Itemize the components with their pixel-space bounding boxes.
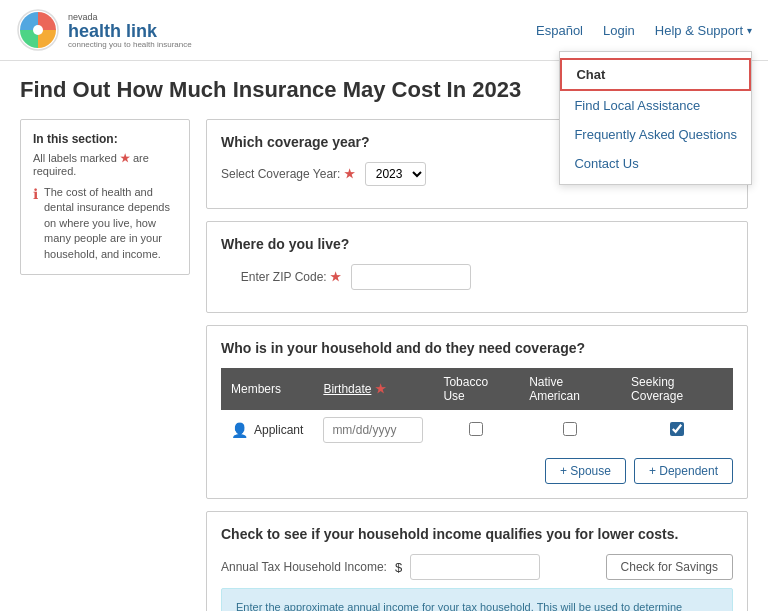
- applicant-label-text: Applicant: [254, 423, 303, 437]
- required-note-text: All labels marked: [33, 152, 120, 164]
- logo-tagline-text: connecting you to health insurance: [68, 40, 192, 49]
- logo-icon: [16, 8, 60, 52]
- dropdown-item-local-assistance[interactable]: Find Local Assistance: [560, 91, 751, 120]
- logo-nevada-text: nevada: [68, 12, 192, 22]
- income-section: Check to see if your household income qu…: [206, 511, 748, 611]
- tobacco-checkbox[interactable]: [469, 422, 483, 436]
- person-icon: 👤: [231, 422, 248, 438]
- help-support-dropdown: Chat Find Local Assistance Frequently As…: [559, 51, 752, 185]
- dropdown-item-faq[interactable]: Frequently Asked Questions: [560, 120, 751, 149]
- help-support-label: Help & Support: [655, 23, 743, 38]
- form-area: Which coverage year? Select Coverage Yea…: [206, 119, 748, 611]
- help-support-button[interactable]: Help & Support ▾: [655, 23, 752, 38]
- header: nevada health link connecting you to hea…: [0, 0, 768, 61]
- income-label: Annual Tax Household Income:: [221, 560, 387, 574]
- info-icon: ℹ: [33, 186, 38, 202]
- table-header-row: Members Birthdate ★ Tobacco Use Native A…: [221, 368, 733, 410]
- sidebar: In this section: All labels marked ★ are…: [20, 119, 190, 611]
- required-star-symbol: ★: [120, 152, 130, 164]
- espanol-link[interactable]: Español: [536, 23, 583, 38]
- nav-links: Español Login Help & Support ▾ Chat Find…: [536, 23, 752, 38]
- table-row: 👤 Applicant: [221, 410, 733, 450]
- zip-code-label: Enter ZIP Code: ★: [221, 270, 341, 284]
- logo-text: nevada health link connecting you to hea…: [68, 12, 192, 49]
- household-section: Who is in your household and do they nee…: [206, 325, 748, 499]
- income-section-title: Check to see if your household income qu…: [221, 526, 733, 542]
- sidebar-box: In this section: All labels marked ★ are…: [20, 119, 190, 275]
- col-tobacco: Tobacco Use: [433, 368, 519, 410]
- zip-section-title: Where do you live?: [221, 236, 733, 252]
- col-birthdate: Birthdate ★: [313, 368, 433, 410]
- income-row: Annual Tax Household Income: $ Check for…: [221, 554, 733, 580]
- logo-area: nevada health link connecting you to hea…: [16, 8, 192, 52]
- coverage-year-select[interactable]: 2023 2024: [365, 162, 426, 186]
- household-title: Who is in your household and do they nee…: [221, 340, 733, 356]
- birthdate-input[interactable]: [323, 417, 423, 443]
- zip-code-row: Enter ZIP Code: ★: [221, 264, 733, 290]
- members-table: Members Birthdate ★ Tobacco Use Native A…: [221, 368, 733, 450]
- tobacco-cell[interactable]: [433, 410, 519, 450]
- native-american-checkbox[interactable]: [563, 422, 577, 436]
- add-member-btn-row: + Spouse + Dependent: [221, 458, 733, 484]
- zip-code-input[interactable]: [351, 264, 471, 290]
- member-name-cell: 👤 Applicant: [221, 410, 313, 450]
- sidebar-required-note: All labels marked ★ are required.: [33, 152, 177, 177]
- coverage-year-label: Select Coverage Year: ★: [221, 167, 355, 181]
- col-native: Native American: [519, 368, 621, 410]
- seeking-coverage-checkbox[interactable]: [670, 422, 684, 436]
- add-spouse-button[interactable]: + Spouse: [545, 458, 626, 484]
- login-link[interactable]: Login: [603, 23, 635, 38]
- main-layout: In this section: All labels marked ★ are…: [20, 119, 748, 611]
- sidebar-section-label: In this section:: [33, 132, 177, 146]
- sidebar-info-text: The cost of health and dental insurance …: [44, 185, 177, 262]
- dollar-sign: $: [395, 560, 402, 575]
- native-american-cell[interactable]: [519, 410, 621, 450]
- income-input[interactable]: [410, 554, 540, 580]
- logo-healthlink-text: health link: [68, 22, 192, 40]
- svg-point-1: [33, 25, 43, 35]
- income-info-box: Enter the approximate annual income for …: [221, 588, 733, 611]
- seeking-coverage-cell[interactable]: [621, 410, 733, 450]
- col-coverage: Seeking Coverage: [621, 368, 733, 410]
- col-members: Members: [221, 368, 313, 410]
- sidebar-info-box: ℹ The cost of health and dental insuranc…: [33, 185, 177, 262]
- zip-code-section: Where do you live? Enter ZIP Code: ★: [206, 221, 748, 313]
- birthdate-cell[interactable]: [313, 410, 433, 450]
- dropdown-item-contact[interactable]: Contact Us: [560, 149, 751, 178]
- add-dependent-button[interactable]: + Dependent: [634, 458, 733, 484]
- chevron-down-icon: ▾: [747, 25, 752, 36]
- check-savings-button[interactable]: Check for Savings: [606, 554, 733, 580]
- dropdown-item-chat[interactable]: Chat: [560, 58, 751, 91]
